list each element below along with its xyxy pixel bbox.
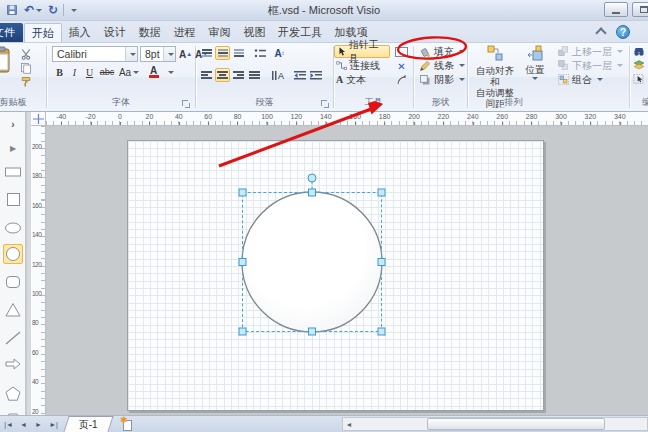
select-button[interactable]: 选择 (631, 73, 648, 86)
scroll-left-arrow[interactable]: ◄ (343, 418, 355, 430)
bullets-button[interactable] (252, 46, 267, 60)
bring-forward-button[interactable]: 上移一层 (556, 45, 625, 58)
tab-insert[interactable]: 插入 (62, 23, 97, 42)
shadow-button[interactable]: 阴影 (417, 73, 467, 86)
customize-qat-button[interactable] (68, 2, 78, 18)
expand-shapes-panel-button[interactable]: › (3, 114, 23, 134)
collapse-ribbon-icon[interactable] (596, 28, 606, 35)
strikethrough-button[interactable]: abc (97, 65, 117, 79)
change-case-button[interactable]: Aa (118, 65, 140, 79)
save-button[interactable] (5, 2, 19, 18)
ruler-label: 180 (32, 172, 41, 179)
workspace: › ▶ (0, 112, 648, 415)
minimize-button[interactable] (604, 2, 628, 17)
shape-group-label: 形状 (414, 96, 467, 109)
font-color-button[interactable]: A (146, 65, 161, 79)
first-page-button[interactable]: |◄ (2, 418, 15, 431)
align-middle-button[interactable] (215, 46, 230, 60)
copy-button[interactable] (18, 61, 33, 75)
fill-button[interactable]: 填充 (417, 45, 467, 58)
text-direction-button[interactable]: A (270, 68, 285, 82)
stencil-arrow-icon[interactable]: ▶ (3, 138, 23, 158)
next-page-button[interactable]: ► (32, 418, 45, 431)
send-backward-button[interactable]: 下移一层 (556, 59, 625, 72)
ruler-label: 80 (32, 319, 38, 326)
font-name-combo[interactable]: Calibri (52, 46, 138, 62)
quick-shape-triangle[interactable] (3, 300, 23, 320)
previous-page-button[interactable]: ◄ (17, 418, 30, 431)
quick-shape-rectangle[interactable] (3, 162, 23, 182)
position-button[interactable]: 位置 (522, 45, 548, 80)
group-button[interactable]: 组合 (556, 73, 605, 86)
font-name-dropdown[interactable] (125, 47, 137, 61)
quick-shape-ellipse[interactable] (3, 218, 23, 238)
paragraph-group: A↕ A (196, 43, 333, 111)
grow-font-button[interactable]: A▲ (178, 47, 193, 61)
undo-button[interactable]: ↶ (23, 2, 43, 18)
quick-shape-rounded-rectangle[interactable] (3, 272, 23, 292)
font-dialog-launcher[interactable] (182, 100, 190, 108)
group-label: 组合 (572, 73, 592, 87)
align-center-button[interactable] (215, 68, 230, 82)
justify-button[interactable] (247, 68, 262, 82)
text-tool-button[interactable]: A 文本 (334, 73, 378, 86)
tab-design[interactable]: 设计 (97, 23, 132, 42)
pointer-tool-button[interactable]: 指针工具 (334, 45, 390, 58)
freeform-tool-button[interactable] (394, 73, 409, 87)
align-bottom-button[interactable] (231, 46, 246, 60)
drawing-canvas[interactable] (46, 126, 648, 415)
align-left-button[interactable] (199, 68, 214, 82)
ruler-label: 160 (349, 113, 361, 120)
format-painter-button[interactable] (18, 75, 33, 89)
tab-home[interactable]: 开始 (24, 23, 62, 42)
quick-shape-pentagon[interactable] (3, 384, 23, 404)
connector-button[interactable]: 连接线 (334, 59, 386, 72)
tab-review[interactable]: 审阅 (202, 23, 237, 42)
scrollbar-thumb[interactable] (427, 418, 605, 430)
find-button[interactable]: 查找 (631, 45, 648, 58)
tab-developer[interactable]: 开发工具 (272, 23, 328, 42)
rotation-handle[interactable] (308, 174, 316, 182)
quick-shape-square[interactable] (3, 190, 23, 210)
redo-button[interactable]: ↻ (47, 2, 59, 18)
italic-button[interactable]: I (67, 65, 82, 79)
tab-file[interactable]: 文件 (0, 23, 23, 42)
underline-button[interactable]: U (82, 65, 97, 79)
align-right-button[interactable] (231, 68, 246, 82)
cut-button[interactable] (18, 47, 33, 61)
circle-shape[interactable] (242, 192, 382, 332)
decrease-indent-button[interactable] (292, 68, 307, 82)
quick-shape-line[interactable] (3, 328, 23, 348)
tab-data[interactable]: 数据 (132, 23, 167, 42)
text-block-button[interactable]: A↕ (272, 46, 287, 60)
undo-dropdown-arrow[interactable] (36, 9, 42, 12)
line-button[interactable]: 线条 (417, 59, 467, 72)
tab-view[interactable]: 视图 (237, 23, 272, 42)
last-page-button[interactable]: ►| (47, 418, 60, 431)
maximize-button[interactable] (632, 2, 648, 17)
horizontal-scrollbar[interactable]: ◄ (342, 417, 648, 431)
shape-group: 填充 线条 阴影 形状 (414, 43, 467, 111)
tab-process[interactable]: 进程 (167, 23, 202, 42)
connection-point-button[interactable]: ✕ (394, 59, 409, 73)
layers-button[interactable]: 层 (631, 59, 648, 72)
ruler-label: 240 (467, 113, 479, 120)
help-button[interactable]: ? (616, 25, 630, 39)
font-size-combo[interactable]: 8pt (140, 46, 176, 62)
font-size-dropdown[interactable] (163, 47, 175, 61)
paragraph-dialog-launcher[interactable] (321, 100, 329, 108)
align-top-button[interactable] (199, 46, 214, 60)
page-tab[interactable]: 页-1 (63, 416, 113, 432)
clipboard-group-label: 剪贴板 (0, 96, 40, 109)
quick-shape-arrow[interactable] (3, 354, 23, 374)
vertical-ruler[interactable]: 20018016014012010080604020 (31, 126, 46, 415)
increase-indent-button[interactable] (308, 68, 323, 82)
insert-page-button[interactable]: ✱ (121, 418, 134, 431)
font-color-dropdown[interactable] (162, 65, 177, 79)
fill-label: 填充 (434, 45, 454, 59)
rectangle-tool-button[interactable] (394, 45, 409, 59)
bold-button[interactable]: B (52, 65, 67, 79)
quick-shape-circle-selected[interactable] (3, 244, 23, 264)
horizontal-ruler[interactable]: -40-200204060801001201401601802002202402… (46, 112, 648, 126)
paste-button[interactable] (0, 46, 12, 76)
